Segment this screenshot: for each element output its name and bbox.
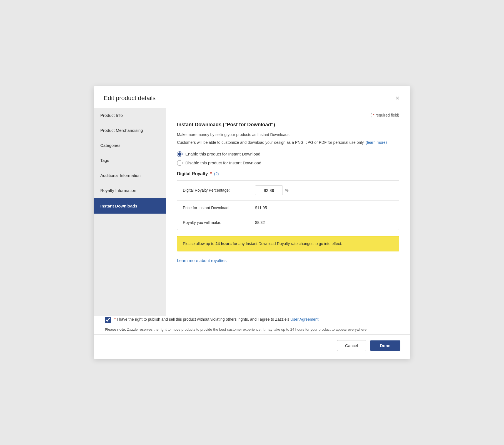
disable-radio[interactable] bbox=[177, 160, 183, 166]
agreement-section: * I have the right to publish and sell t… bbox=[94, 316, 410, 323]
enable-radio[interactable] bbox=[177, 151, 183, 157]
modal-footer: Cancel Done bbox=[94, 334, 410, 359]
royalty-table: Digital Royalty Percentage: % Price for … bbox=[177, 180, 399, 230]
cancel-button[interactable]: Cancel bbox=[337, 340, 366, 351]
description-line2: Customers will be able to customize and … bbox=[177, 139, 399, 145]
royalty-price-label: Price for Instant Download: bbox=[183, 206, 255, 210]
learn-more-link[interactable]: (learn more) bbox=[366, 140, 387, 145]
note-text: Please note: Zazzle reserves the right t… bbox=[94, 327, 410, 332]
sidebar-item-product-merchandising[interactable]: Product Merchandising bbox=[94, 123, 166, 138]
modal-body: Product Info Product Merchandising Categ… bbox=[94, 108, 410, 316]
sidebar: Product Info Product Merchandising Categ… bbox=[94, 108, 166, 316]
royalty-make-value: $8.32 bbox=[255, 220, 265, 225]
royalty-percentage-label: Digital Royalty Percentage: bbox=[183, 188, 255, 192]
description-line1: Make more money by selling your products… bbox=[177, 132, 399, 138]
royalty-percentage-input[interactable] bbox=[255, 186, 283, 195]
royalty-make-label: Royalty you will make: bbox=[183, 220, 255, 225]
main-content: ( * required field) Instant Downloads ("… bbox=[166, 108, 410, 316]
royalty-row-make: Royalty you will make: $8.32 bbox=[177, 215, 399, 230]
sidebar-item-tags[interactable]: Tags bbox=[94, 153, 166, 168]
enable-radio-label[interactable]: Enable this product for Instant Download bbox=[177, 151, 399, 157]
sidebar-item-categories[interactable]: Categories bbox=[94, 138, 166, 153]
edit-product-modal: Edit product details × Product Info Prod… bbox=[94, 86, 410, 359]
modal-title: Edit product details bbox=[104, 95, 156, 102]
learn-royalties-link[interactable]: Learn more about royalties bbox=[177, 258, 226, 263]
radio-group: Enable this product for Instant Download… bbox=[177, 151, 399, 166]
done-button[interactable]: Done bbox=[370, 340, 401, 351]
close-button[interactable]: × bbox=[395, 94, 400, 102]
section-title: Instant Downloads ("Post for Download") bbox=[177, 122, 399, 128]
modal-header: Edit product details × bbox=[94, 86, 410, 108]
royalty-row-price: Price for Instant Download: $11.95 bbox=[177, 201, 399, 215]
royalty-row-percentage: Digital Royalty Percentage: % bbox=[177, 181, 399, 201]
user-agreement-link[interactable]: User Agreement bbox=[290, 317, 318, 322]
agreement-checkbox[interactable] bbox=[105, 317, 111, 323]
digital-royalty-title: Digital Royalty * (?) bbox=[177, 171, 399, 176]
royalty-price-value: $11.95 bbox=[255, 206, 267, 210]
disable-radio-label[interactable]: Disable this product for Instant Downloa… bbox=[177, 160, 399, 166]
warning-box: Please allow up to 24 hours for any Inst… bbox=[177, 236, 399, 251]
sidebar-item-additional-information[interactable]: Additional Information bbox=[94, 168, 166, 183]
required-note: ( * required field) bbox=[177, 113, 399, 117]
royalty-percentage-unit: % bbox=[285, 188, 288, 192]
help-link[interactable]: (?) bbox=[214, 172, 219, 176]
sidebar-item-instant-downloads[interactable]: Instant Downloads bbox=[94, 198, 166, 214]
sidebar-item-royalty-information[interactable]: Royalty Information bbox=[94, 183, 166, 198]
sidebar-item-product-info[interactable]: Product Info bbox=[94, 108, 166, 123]
agreement-text: * I have the right to publish and sell t… bbox=[114, 316, 318, 322]
